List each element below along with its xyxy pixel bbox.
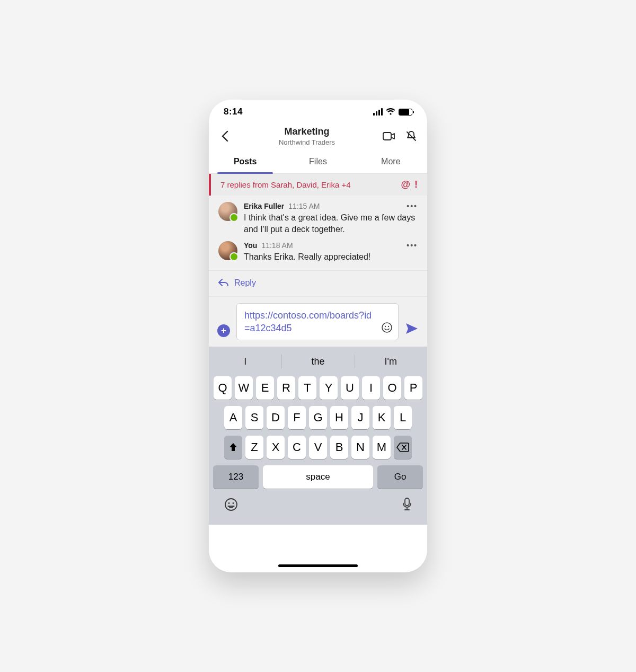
key[interactable]: S [245,406,263,429]
keyboard: I the I'm Q W E R T Y U I O P A S D F G … [209,347,427,525]
go-key[interactable]: Go [377,465,423,489]
svg-rect-7 [405,498,409,506]
shift-icon [228,442,238,453]
mention-icon: @ [401,179,410,190]
backspace-key[interactable] [394,436,412,459]
key[interactable]: Q [214,376,232,400]
compose-bar: + https://contoso.com/boards?id=a12c34d5 [209,296,427,347]
mute-notifications-button[interactable] [405,130,418,143]
microphone-icon [402,497,412,512]
keyboard-row: A S D F G H J K L [209,403,427,432]
channel-tabs: Posts Files More [209,151,427,174]
reply-label: Reply [234,278,256,288]
key[interactable]: N [351,436,369,459]
send-button[interactable] [405,322,419,337]
team-name: Northwind Traders [236,138,377,146]
backspace-icon [396,443,409,452]
key[interactable]: A [224,406,242,429]
home-indicator[interactable] [278,564,358,567]
tab-posts[interactable]: Posts [209,151,281,173]
numeric-key[interactable]: 123 [213,465,259,489]
message-more-button[interactable]: ••• [407,202,418,210]
suggestion[interactable]: the [281,350,354,373]
back-button[interactable] [218,130,231,143]
key[interactable]: J [351,406,369,429]
message-text: I think that's a great idea. Give me a f… [244,212,418,235]
key[interactable]: D [267,406,285,429]
svg-point-6 [233,502,234,504]
message-item[interactable]: You 11:18 AM Thanks Erika. Really apprec… [209,235,427,263]
key[interactable]: W [235,376,253,400]
status-bar: 8:14 [209,100,427,124]
important-icon: ! [414,179,418,190]
reply-icon [218,279,229,287]
svg-point-1 [382,323,392,332]
key[interactable]: Z [245,436,263,459]
message-time: 11:18 AM [261,241,293,250]
message-author: You [244,241,257,250]
key[interactable]: O [383,376,401,400]
key[interactable]: P [404,376,422,400]
key[interactable]: I [362,376,380,400]
keyboard-suggestions: I the I'm [209,350,427,373]
message-author: Erika Fuller [244,202,284,210]
keyboard-row: Z X C V B N M [209,432,427,462]
key[interactable]: C [288,436,306,459]
svg-point-2 [385,326,386,327]
thread-replies-summary[interactable]: 7 replies from Sarah, David, Erika +4 @ … [209,174,427,196]
space-key[interactable]: space [263,465,373,489]
key[interactable]: R [277,376,295,400]
key[interactable]: V [309,436,327,459]
keyboard-row: Q W E R T Y U I O P [209,373,427,403]
channel-title: Marketing [236,126,377,137]
channel-header: Marketing Northwind Traders [209,124,427,151]
svg-point-3 [388,326,389,327]
key[interactable]: G [309,406,327,429]
status-time: 8:14 [224,107,243,117]
key[interactable]: H [330,406,348,429]
conversation-panel: 7 replies from Sarah, David, Erika +4 @ … [209,174,427,296]
tab-files[interactable]: Files [281,151,354,173]
message-input[interactable]: https://contoso.com/boards?id=a12c34d5 [236,303,399,341]
tab-more[interactable]: More [355,151,427,173]
message-input-text: https://contoso.com/boards?id=a12c34d5 [244,309,377,335]
suggestion[interactable]: I'm [355,350,427,373]
cellular-icon [373,108,383,116]
emoji-keyboard-button[interactable] [224,497,238,514]
avatar [218,202,237,221]
avatar [218,241,237,260]
message-text: Thanks Erika. Really appreciated! [244,251,418,263]
message-more-button[interactable]: ••• [407,241,418,250]
key[interactable]: F [288,406,306,429]
svg-point-5 [228,502,230,504]
key[interactable]: B [330,436,348,459]
emoji-picker-button[interactable] [381,322,393,335]
message-time: 11:15 AM [288,202,320,210]
message-item[interactable]: Erika Fuller 11:15 AM I think that's a g… [209,196,427,235]
svg-point-4 [225,499,237,510]
add-attachment-button[interactable]: + [217,324,230,337]
dictation-button[interactable] [402,497,412,514]
key[interactable]: L [394,406,412,429]
phone-frame: 8:14 Marketing Northwind Traders Posts F… [209,100,427,572]
key[interactable]: K [373,406,391,429]
thread-summary-text: 7 replies from Sarah, David, Erika +4 [220,180,401,189]
key[interactable]: T [298,376,316,400]
keyboard-row: 123 space Go [209,462,427,494]
svg-rect-0 [383,132,391,140]
suggestion[interactable]: I [209,350,281,373]
key[interactable]: E [256,376,274,400]
video-call-button[interactable] [383,130,395,143]
key[interactable]: Y [320,376,338,400]
battery-icon [399,109,412,116]
wifi-icon [386,108,395,116]
reply-button[interactable]: Reply [209,270,427,296]
key[interactable]: M [373,436,391,459]
key[interactable]: U [341,376,359,400]
emoji-icon [224,497,238,512]
key[interactable]: X [267,436,285,459]
shift-key[interactable] [224,436,242,459]
